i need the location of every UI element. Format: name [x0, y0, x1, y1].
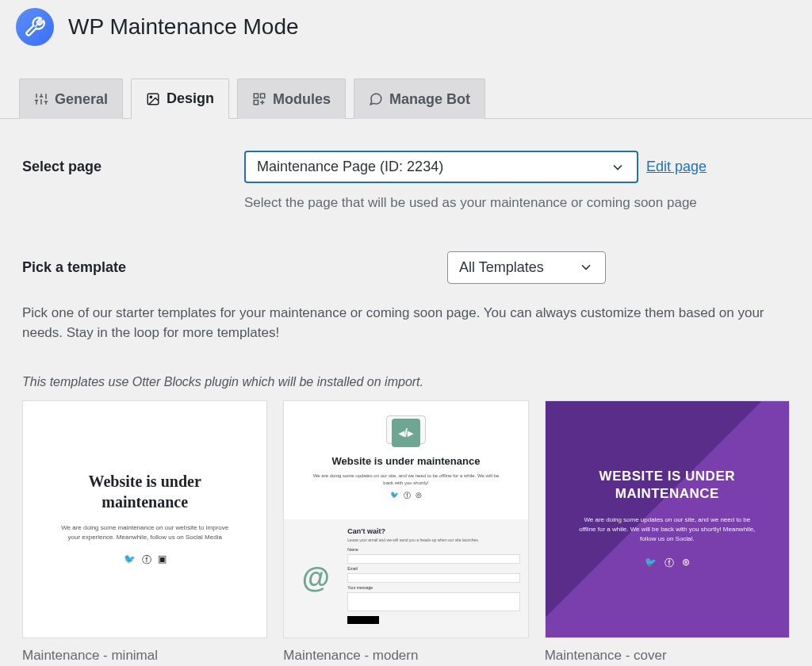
tab-manage-bot[interactable]: Manage Bot: [354, 78, 485, 119]
tab-label: General: [55, 91, 108, 108]
template-card-minimal[interactable]: Website is under maintenance We are doin…: [22, 400, 267, 664]
preview-text: We are doing some updates on our site, a…: [569, 515, 765, 544]
pick-template-label: Pick a template: [22, 259, 447, 276]
content-area: Select page Maintenance Page (ID: 2234) …: [0, 119, 812, 666]
tabs-bar: General Design Modules Manage Bot: [0, 62, 812, 119]
chevron-down-icon: [610, 159, 626, 175]
form-name-label: Name: [347, 547, 519, 552]
tab-design[interactable]: Design: [131, 78, 229, 119]
twitter-icon: 🐦: [390, 491, 399, 501]
template-thumbnail: Website is under maintenance We are doin…: [22, 400, 267, 638]
otter-note: This templates use Otter Blocks plugin w…: [22, 375, 790, 389]
template-name: Maintenance - minimal: [22, 648, 267, 664]
chat-icon: [369, 92, 383, 106]
preview-text: We are doing some updates on our site, a…: [284, 473, 527, 486]
form-submit-button: [347, 616, 379, 624]
select-page-value: Maintenance Page (ID: 2234): [257, 159, 443, 175]
select-page-label: Select page: [22, 151, 244, 175]
template-thumbnail: WEBSITE IS UNDER MAINTENANCE We are doin…: [545, 400, 790, 638]
code-icon: ◂/▸: [399, 427, 413, 439]
select-page-dropdown[interactable]: Maintenance Page (ID: 2234): [244, 151, 638, 183]
page-header: WP Maintenance Mode: [0, 0, 812, 62]
page-title: WP Maintenance Mode: [68, 14, 299, 40]
svg-point-10: [150, 96, 151, 98]
at-icon: @: [302, 561, 330, 595]
linkedin-icon: ▣: [158, 553, 167, 567]
tab-label: Design: [167, 90, 214, 107]
select-page-help: Select the page that will be used as you…: [244, 193, 790, 213]
chevron-down-icon: [578, 259, 594, 275]
facebook-icon: ⓕ: [142, 553, 151, 567]
edit-page-link[interactable]: Edit page: [646, 159, 707, 175]
pick-template-description: Pick one of our starter templates for yo…: [22, 303, 790, 343]
form-title: Can't wait?: [347, 527, 519, 535]
preview-heading: Website is under maintenance: [55, 471, 235, 512]
template-name: Maintenance - modern: [283, 648, 528, 664]
tab-modules[interactable]: Modules: [237, 78, 346, 119]
form-message-label: Your message: [347, 585, 519, 590]
twitter-icon: 🐦: [124, 553, 136, 567]
preview-text: We are doing some maintenance on our web…: [55, 523, 235, 542]
tab-general[interactable]: General: [19, 78, 123, 119]
image-icon: [146, 92, 160, 106]
sliders-icon: [34, 92, 48, 106]
template-filter-value: All Templates: [459, 259, 544, 276]
form-desc: Leave your email and we will send you a …: [347, 538, 519, 542]
facebook-icon: ⓕ: [404, 491, 411, 501]
app-icon: [16, 8, 54, 46]
form-email-input: [347, 573, 519, 583]
template-name: Maintenance - cover: [545, 648, 790, 664]
preview-heading: WEBSITE IS UNDER MAINTENANCE: [569, 468, 765, 503]
facebook-icon: ⓕ: [665, 557, 674, 570]
template-card-cover[interactable]: WEBSITE IS UNDER MAINTENANCE We are doin…: [545, 400, 790, 664]
pick-template-section: Pick a template All Templates Pick one o…: [22, 251, 790, 664]
templates-grid: Website is under maintenance We are doin…: [22, 400, 790, 664]
instagram-icon: ◎: [416, 491, 422, 501]
template-card-modern[interactable]: ◂/▸ Website is under maintenance We are …: [283, 400, 528, 664]
svg-rect-13: [254, 101, 258, 105]
dribbble-icon: ⊛: [682, 557, 690, 570]
form-email-label: Email: [347, 566, 519, 571]
select-page-row: Select page Maintenance Page (ID: 2234) …: [22, 151, 790, 213]
tab-label: Manage Bot: [389, 91, 470, 108]
template-filter-dropdown[interactable]: All Templates: [447, 251, 606, 284]
template-thumbnail: ◂/▸ Website is under maintenance We are …: [283, 400, 528, 638]
form-message-input: [347, 592, 519, 611]
form-name-input: [347, 554, 519, 564]
svg-rect-12: [261, 94, 265, 98]
preview-heading: Website is under maintenance: [332, 455, 481, 469]
grid-icon: [252, 92, 266, 106]
tab-label: Modules: [273, 91, 331, 108]
svg-rect-11: [254, 94, 258, 98]
twitter-icon: 🐦: [645, 557, 657, 570]
